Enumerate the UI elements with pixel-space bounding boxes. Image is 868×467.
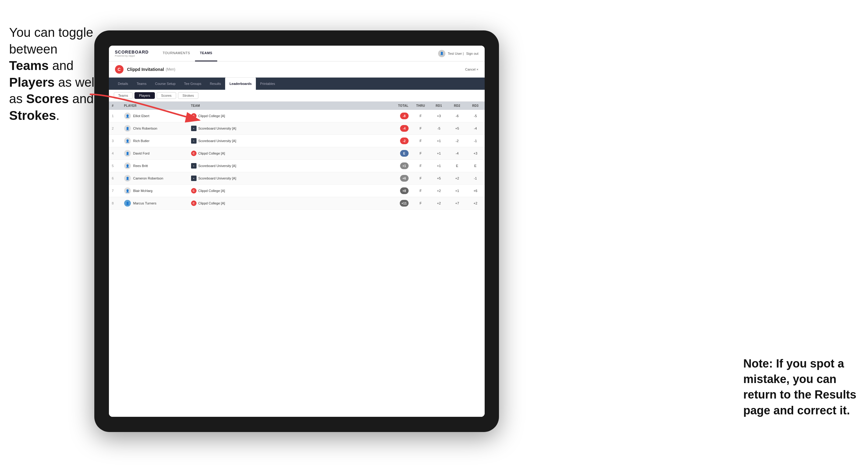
- col-team: TEAM: [188, 102, 387, 110]
- cancel-button[interactable]: Cancel ×: [465, 67, 478, 71]
- left-annotation: You can toggle between Teams and Players…: [9, 24, 97, 124]
- cell-total: +8: [387, 185, 412, 197]
- team-name: Scoreboard University [A]: [198, 139, 237, 143]
- cell-rd2: +2: [448, 172, 466, 185]
- scores-bold: Scores: [26, 92, 69, 106]
- cell-player: 👤Marcus Turners: [121, 197, 188, 210]
- player-avatar: 👤: [124, 187, 131, 194]
- cell-rd3: -5: [466, 110, 485, 122]
- nav-teams[interactable]: TEAMS: [195, 45, 217, 61]
- player-avatar: 👤: [124, 175, 131, 182]
- cell-player: 👤Rich Butler: [121, 135, 188, 147]
- tab-leaderboards[interactable]: Leaderboards: [225, 77, 256, 90]
- cell-rd3: +2: [466, 197, 485, 210]
- cell-team: CClippd College [A]: [188, 197, 387, 210]
- score-badge: +6: [400, 175, 409, 182]
- tournament-logo: C: [115, 65, 124, 74]
- score-badge: +11: [400, 200, 409, 207]
- player-avatar: 👤: [124, 200, 131, 207]
- cell-rd2: E: [448, 160, 466, 172]
- cell-rd2: -6: [448, 110, 466, 122]
- tab-course-setup[interactable]: Course Setup: [151, 77, 180, 90]
- player-name: Blair McHarg: [133, 189, 153, 193]
- cell-rd3: -1: [466, 172, 485, 185]
- cell-rank: 8: [109, 197, 121, 210]
- cell-team: ≡Scoreboard University [A]: [188, 122, 387, 135]
- cell-team: CClippd College [A]: [188, 110, 387, 122]
- cell-total: -2: [387, 135, 412, 147]
- cell-rd2: +5: [448, 122, 466, 135]
- cell-rd3: E: [466, 160, 485, 172]
- table-row: 3👤Rich Butler≡Scoreboard University [A]-…: [109, 135, 485, 147]
- team-name: Scoreboard University [A]: [198, 177, 237, 180]
- team-logo: C: [191, 188, 196, 193]
- score-badge: -2: [400, 137, 409, 144]
- signout-link[interactable]: Sign out: [466, 52, 478, 55]
- tournament-gender: (Men): [166, 67, 175, 71]
- col-rd3: RD3: [466, 102, 485, 110]
- table-row: 8👤Marcus TurnersCClippd College [A]+11F+…: [109, 197, 485, 210]
- tournament-name: Clippd Invitational: [127, 67, 164, 72]
- team-name: Clippd College [A]: [198, 189, 225, 193]
- cell-thru: F: [412, 197, 430, 210]
- player-avatar: 👤: [124, 150, 131, 157]
- cell-total: +6: [387, 172, 412, 185]
- col-thru: THRU: [412, 102, 430, 110]
- user-avatar: 👤: [438, 50, 445, 57]
- cell-rd1: -5: [430, 122, 448, 135]
- cell-thru: F: [412, 160, 430, 172]
- col-total: TOTAL: [387, 102, 412, 110]
- tournament-header: C Clippd Invitational (Men) Cancel ×: [109, 61, 485, 77]
- user-label: Test User |: [448, 52, 464, 55]
- player-name: David Ford: [133, 152, 150, 155]
- cell-rank: 7: [109, 185, 121, 197]
- score-badge: -8: [400, 113, 409, 119]
- cell-player: 👤Rees Britt: [121, 160, 188, 172]
- cell-rd2: +1: [448, 185, 466, 197]
- tab-teams[interactable]: Teams: [132, 77, 151, 90]
- tab-tee-groups[interactable]: Tee Groups: [180, 77, 206, 90]
- table-row: 4👤David FordCClippd College [A]EF+1-4+3: [109, 147, 485, 160]
- team-name: Scoreboard University [A]: [198, 127, 237, 130]
- arrow-indicator: [87, 91, 202, 128]
- tab-results[interactable]: Results: [206, 77, 225, 90]
- nav-links: TOURNAMENTS TEAMS: [158, 45, 438, 61]
- strokes-bold: Strokes: [9, 108, 56, 123]
- cell-total: +11: [387, 197, 412, 210]
- player-name: Cameron Robertson: [133, 177, 163, 180]
- score-badge: +1: [400, 162, 409, 169]
- logo-sub: Powered by clippd: [115, 55, 149, 57]
- score-badge: +8: [400, 187, 409, 194]
- tab-printables[interactable]: Printables: [256, 77, 279, 90]
- cell-rd1: +2: [430, 185, 448, 197]
- team-logo: ≡: [191, 138, 196, 144]
- col-rd1: RD1: [430, 102, 448, 110]
- cell-team: ≡Scoreboard University [A]: [188, 160, 387, 172]
- cell-team: CClippd College [A]: [188, 147, 387, 160]
- cell-rd2: +7: [448, 197, 466, 210]
- cell-rank: 3: [109, 135, 121, 147]
- score-badge: E: [400, 150, 409, 157]
- cell-team: ≡Scoreboard University [A]: [188, 135, 387, 147]
- cell-rd1: +1: [430, 135, 448, 147]
- col-rd2: RD2: [448, 102, 466, 110]
- cell-thru: F: [412, 110, 430, 122]
- table-row: 7👤Blair McHargCClippd College [A]+8F+2+1…: [109, 185, 485, 197]
- team-name: Clippd College [A]: [198, 152, 225, 155]
- logo-text: SCOREBOARD: [115, 50, 149, 55]
- tablet-device: SCOREBOARD Powered by clippd TOURNAMENTS…: [94, 30, 499, 432]
- cell-player: 👤Cameron Robertson: [121, 172, 188, 185]
- cell-total: -4: [387, 122, 412, 135]
- team-logo: ≡: [191, 163, 196, 168]
- cell-total: +1: [387, 160, 412, 172]
- nav-tournaments[interactable]: TOURNAMENTS: [158, 45, 195, 61]
- tab-details[interactable]: Details: [114, 77, 133, 90]
- cell-rd2: -2: [448, 135, 466, 147]
- player-avatar: 👤: [124, 137, 131, 144]
- cell-rd3: -1: [466, 135, 485, 147]
- cell-team: CClippd College [A]: [188, 185, 387, 197]
- right-annotation: Note: If you spot a mistake, you can ret…: [743, 356, 859, 418]
- cell-thru: F: [412, 172, 430, 185]
- team-name: Scoreboard University [A]: [198, 164, 237, 168]
- cell-thru: F: [412, 185, 430, 197]
